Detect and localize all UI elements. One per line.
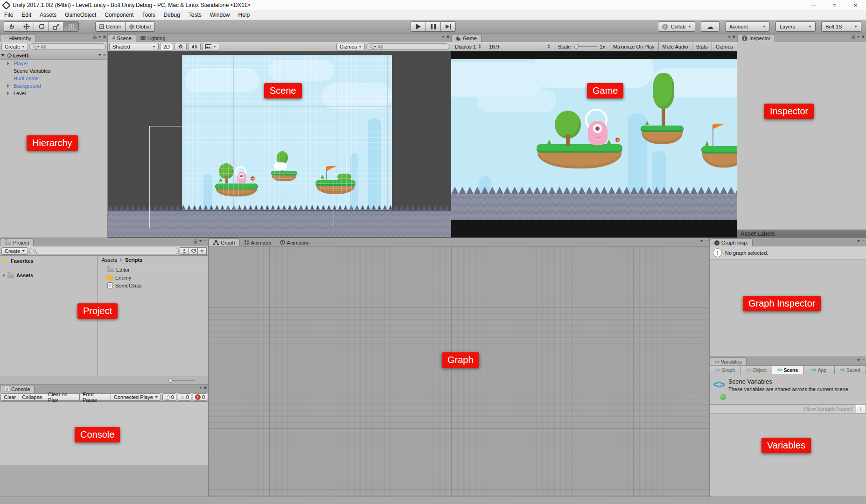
menu-gameobject[interactable]: GameObject bbox=[61, 10, 100, 20]
aspect-ratio-dropdown[interactable]: 16:9 bbox=[485, 42, 554, 51]
hierarchy-item-level[interactable]: Level bbox=[0, 90, 107, 97]
scale-slider-knob[interactable] bbox=[574, 44, 579, 49]
close-button[interactable]: ✕ bbox=[845, 0, 866, 10]
info-count-toggle[interactable]: ! 0 bbox=[162, 393, 176, 401]
lock-icon[interactable] bbox=[93, 36, 97, 39]
expand-triangle-icon[interactable] bbox=[7, 62, 9, 65]
cloud-button[interactable]: ☁ bbox=[701, 21, 719, 32]
lock-icon[interactable] bbox=[194, 241, 197, 244]
asset-labels-bar[interactable]: Asset Labels bbox=[737, 230, 866, 238]
pause-button[interactable] bbox=[426, 21, 441, 32]
tab-hierarchy[interactable]: ≡ Hierarchy bbox=[0, 34, 36, 42]
chevron-down-icon[interactable] bbox=[199, 387, 202, 389]
chevron-down-icon[interactable] bbox=[98, 54, 101, 56]
mute-audio-button[interactable]: Mute Audio bbox=[658, 42, 692, 51]
scene-effects-dropdown[interactable] bbox=[202, 43, 219, 50]
error-count-toggle[interactable]: ! 0 bbox=[193, 393, 207, 401]
maximize-on-play-button[interactable]: Maximize On Play bbox=[609, 42, 658, 51]
collapse-triangle-icon[interactable] bbox=[1, 54, 5, 56]
chevron-down-icon[interactable] bbox=[728, 36, 731, 38]
tab-project[interactable]: Project bbox=[0, 238, 34, 246]
hierarchy-item-player[interactable]: Player bbox=[0, 60, 107, 67]
console-collapse-button[interactable]: Collapse bbox=[19, 393, 45, 401]
scope-tab-object[interactable]: <> Object bbox=[740, 365, 772, 374]
layers-dropdown[interactable]: Layers bbox=[775, 21, 816, 32]
file-item-enemy[interactable]: Enemy bbox=[105, 273, 208, 281]
game-viewport[interactable] bbox=[451, 51, 737, 238]
scene-viewport[interactable] bbox=[108, 51, 451, 238]
stats-button[interactable]: Stats bbox=[692, 42, 712, 51]
add-variable-button[interactable]: + bbox=[856, 404, 866, 413]
move-tool-button[interactable] bbox=[19, 21, 34, 32]
chevron-down-icon[interactable] bbox=[857, 240, 860, 242]
icon-size-knob[interactable] bbox=[168, 378, 173, 383]
file-item-editor[interactable]: Editor bbox=[105, 266, 208, 273]
maximize-button[interactable]: □ bbox=[824, 0, 845, 10]
rotate-tool-button[interactable] bbox=[34, 21, 49, 32]
menu-file[interactable]: File bbox=[0, 10, 17, 20]
lock-icon[interactable] bbox=[852, 36, 855, 39]
account-dropdown[interactable]: Account bbox=[725, 21, 770, 32]
scale-tool-button[interactable] bbox=[49, 21, 64, 32]
step-button[interactable] bbox=[440, 21, 456, 32]
layout-dropdown[interactable]: Bolt 1S bbox=[821, 21, 861, 32]
menu-component[interactable]: Component bbox=[100, 10, 138, 20]
tab-inspector[interactable]: i Inspector bbox=[737, 34, 775, 42]
hierarchy-search-input[interactable]: All bbox=[29, 43, 106, 50]
console-clear-on-play-button[interactable]: Clear on Play bbox=[45, 393, 80, 401]
rect-tool-button[interactable] bbox=[63, 21, 79, 32]
graph-canvas[interactable] bbox=[209, 246, 709, 497]
orientation-toggle-button[interactable]: Global bbox=[125, 21, 155, 32]
tab-animator[interactable]: Animator bbox=[240, 238, 276, 246]
chevron-down-icon[interactable] bbox=[98, 36, 101, 38]
project-assets-item[interactable]: Assets bbox=[0, 271, 98, 279]
tab-console[interactable]: Console bbox=[0, 385, 35, 393]
scope-tab-app[interactable]: <> App bbox=[803, 365, 835, 374]
tab-variables[interactable]: <> Variables bbox=[710, 357, 747, 365]
scene-search-input[interactable]: All bbox=[366, 43, 449, 50]
breadcrumb-current[interactable]: Scripts bbox=[125, 257, 142, 263]
console-detail-pane[interactable] bbox=[0, 465, 208, 497]
chevron-down-icon[interactable] bbox=[442, 36, 445, 38]
warning-count-toggle[interactable]: ⚠ 0 bbox=[178, 393, 191, 401]
scope-tab-scene[interactable]: <> Scene bbox=[772, 365, 803, 374]
hierarchy-item-scene-variables[interactable]: Scene Variables bbox=[0, 67, 107, 75]
panel-menu-icon[interactable]: ≡ bbox=[447, 35, 449, 39]
console-error-pause-button[interactable]: Error Pause bbox=[79, 393, 111, 401]
chevron-down-icon[interactable] bbox=[857, 36, 860, 38]
saved-search-button[interactable]: ★ bbox=[197, 247, 207, 255]
panel-menu-icon[interactable]: ≡ bbox=[862, 239, 865, 244]
panel-menu-icon[interactable]: ≡ bbox=[705, 239, 708, 244]
hierarchy-item-hudloader[interactable]: HudLoader bbox=[0, 75, 107, 82]
panel-menu-icon[interactable]: ≡ bbox=[103, 35, 106, 39]
draw-mode-dropdown[interactable]: Shaded bbox=[109, 43, 159, 50]
console-clear-button[interactable]: Clear bbox=[0, 393, 19, 401]
hierarchy-create-button[interactable]: Create bbox=[1, 43, 28, 50]
chevron-down-icon[interactable] bbox=[199, 240, 202, 242]
scene-audio-toggle[interactable] bbox=[188, 43, 201, 50]
expand-triangle-icon[interactable] bbox=[7, 91, 9, 95]
project-search-input[interactable] bbox=[29, 248, 179, 254]
menu-help[interactable]: Help bbox=[234, 10, 254, 20]
tab-graph[interactable]: Graph bbox=[209, 238, 240, 246]
tab-animation[interactable]: Animation bbox=[276, 238, 314, 246]
icon-size-slider[interactable] bbox=[169, 380, 195, 381]
menu-tests[interactable]: Tests bbox=[184, 10, 206, 20]
panel-menu-icon[interactable]: ≡ bbox=[204, 385, 207, 390]
file-item-someclass[interactable]: # SomeClass bbox=[105, 281, 208, 289]
panel-menu-icon[interactable]: ≡ bbox=[204, 239, 207, 244]
play-button[interactable] bbox=[411, 21, 426, 32]
scope-tab-saved[interactable]: <> Saved bbox=[834, 365, 866, 374]
game-gizmos-dropdown[interactable]: Gizmos bbox=[712, 42, 737, 51]
tab-scene[interactable]: # Scene bbox=[108, 34, 136, 42]
expand-triangle-icon[interactable] bbox=[7, 84, 9, 88]
breadcrumb-root[interactable]: Assets bbox=[102, 257, 117, 263]
2d-toggle-button[interactable]: 2D bbox=[160, 43, 173, 50]
hierarchy-item-background[interactable]: Background bbox=[0, 82, 107, 90]
scale-slider-group[interactable]: Scale 1x bbox=[554, 42, 609, 51]
panel-menu-icon[interactable]: ≡ bbox=[733, 35, 735, 39]
collab-dropdown[interactable]: ✓ Collab bbox=[658, 21, 695, 32]
menu-debug[interactable]: Debug bbox=[159, 10, 184, 20]
scene-header-row[interactable]: Level1 ≡ bbox=[0, 51, 107, 60]
search-by-label-button[interactable] bbox=[189, 247, 198, 255]
